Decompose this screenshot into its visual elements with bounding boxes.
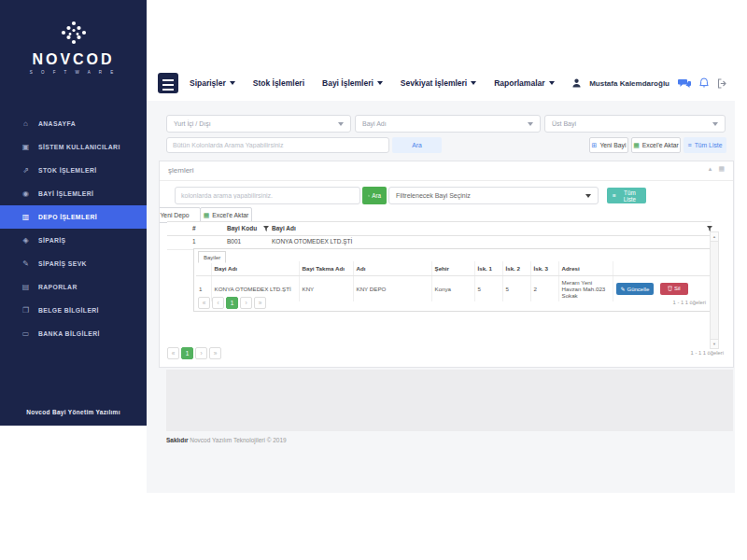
pager-prev-button[interactable]: ‹	[212, 297, 224, 309]
app-window: NOVCOD S O F T W A R E ⌂ ANASAYFA ▣ SİST…	[0, 0, 747, 560]
sidebar-item-bayi-islemleri[interactable]: ◉ BAYİ İŞLEMLERİ	[0, 182, 147, 205]
logo-subtitle: S O F T W A R E	[0, 70, 147, 75]
nav-bayi-islemleri[interactable]: Bayi İşlemleri	[322, 78, 383, 88]
sidebar-item-raporlar[interactable]: ▤ RAPORLAR	[0, 275, 147, 299]
grid-header: # Bayi Kodu Bayi Adı	[167, 221, 712, 236]
nav-raporlamalar[interactable]: Raporlamalar	[494, 78, 554, 88]
pager-last-button[interactable]: »	[209, 347, 221, 359]
tab-bayiler[interactable]: Bayiler	[198, 251, 226, 263]
sidebar-item-banka-bilgileri[interactable]: ▭ BANKA BİLGİLERİ	[0, 322, 147, 345]
filter-select-yurt-ici-disi[interactable]: Yurt İçi / Dışı	[166, 115, 351, 133]
column-header-bayi-kodu[interactable]: Bayi Kodu	[227, 225, 257, 231]
pager-page-1-button[interactable]: 1	[181, 347, 193, 359]
logout-icon[interactable]	[717, 78, 727, 89]
sidebar-item-label: STOK İŞLEMLERİ	[38, 167, 97, 174]
pager-page-1-button[interactable]: 1	[226, 297, 238, 309]
tab-label: Bayiler	[204, 255, 220, 260]
sidebar-item-label: BELGE BİLGİLERİ	[38, 307, 99, 314]
pager-next-button[interactable]: ›	[195, 347, 207, 359]
panel-title: şlemleri	[168, 166, 194, 175]
sil-button[interactable]: Sil	[660, 283, 688, 295]
nav-sevkiyat-islemleri[interactable]: Sevkiyat İşlemleri	[401, 78, 476, 88]
sidebar-item-label: BANKA BİLGİLERİ	[38, 330, 100, 337]
tum-liste-button[interactable]: ≡ Tüm Liste	[684, 137, 726, 153]
yeni-bayi-button[interactable]: ⊞ Yeni Bayi	[589, 137, 628, 153]
filtrelenecek-bayi-select[interactable]: Filtrelenecek Bayi Seçiniz	[388, 187, 599, 204]
detail-panel: Bayiler Bayi Adı Bayi Takma Adı Adı Şehi…	[193, 248, 712, 312]
document-icon: ❐	[21, 306, 31, 315]
sidebar-item-anasayfa[interactable]: ⌂ ANASAYFA	[0, 112, 147, 135]
filter-funnel-icon[interactable]	[263, 226, 269, 231]
sidebar-item-sistem-kullanicilari[interactable]: ▣ SİSTEM KULLANICILARI	[0, 135, 147, 159]
vertical-scrollbar[interactable]: ▲ ▼	[710, 231, 719, 349]
sidebar-item-label: BAYİ İŞLEMLERİ	[38, 190, 93, 197]
empty-content-area	[166, 370, 733, 431]
nav-stok-islemleri[interactable]: Stok İşlemleri	[253, 78, 304, 88]
guncelle-button[interactable]: ✎ Güncelle	[616, 283, 655, 295]
panel-search-button[interactable]: Ara	[362, 187, 387, 204]
sidebar: NOVCOD S O F T W A R E ⌂ ANASAYFA ▣ SİST…	[0, 0, 147, 426]
cell-isk1: 5	[474, 276, 502, 302]
global-search-input[interactable]	[166, 137, 389, 153]
pager-last-button[interactable]: »	[254, 297, 266, 309]
home-icon: ⌂	[21, 119, 31, 128]
top-navigation: Siparişler Stok İşlemleri Bayi İşlemleri…	[190, 65, 555, 101]
plus-box-icon: ⊞	[592, 142, 598, 149]
chevron-down-icon	[712, 122, 718, 126]
column-header-isk2[interactable]: İsk. 2	[502, 261, 530, 276]
nav-label: Sevkiyat İşlemleri	[401, 78, 467, 88]
sidebar-item-label: SİPARİŞ	[38, 237, 66, 244]
column-header-isk3[interactable]: İsk. 3	[530, 261, 558, 276]
bank-icon: ▭	[21, 329, 31, 338]
sidebar-item-depo-islemleri[interactable]: ▥ DEPO İŞLEMLERİ	[0, 205, 147, 229]
columns-icon[interactable]: ▦	[718, 165, 725, 173]
column-header-sehir[interactable]: Şehir	[431, 261, 474, 276]
filter-select-ust-bayi[interactable]: Üst Bayi	[544, 115, 726, 133]
filter-select-bayi-adi[interactable]: Bayi Adı	[355, 115, 541, 133]
notifications-bell-icon[interactable]	[699, 77, 709, 89]
sidebar-item-label: DEPO İŞLEMLERİ	[38, 214, 97, 220]
column-header-takma-adi[interactable]: Bayi Takma Adı	[299, 261, 353, 276]
excel-icon: ▦	[204, 212, 210, 219]
user-name[interactable]: Mustafa Kalemdaroğlu	[589, 79, 669, 88]
sidebar-item-stok-islemleri[interactable]: ⇗ STOK İŞLEMLERİ	[0, 159, 147, 182]
column-header-num[interactable]: #	[192, 225, 196, 231]
excel-icon: ▦	[633, 142, 640, 149]
column-header-adresi[interactable]: Adresi	[558, 261, 613, 276]
column-header-adi[interactable]: Adı	[353, 261, 431, 276]
detail-pager: « ‹ 1 › »	[198, 297, 266, 309]
novcod-logo: NOVCOD S O F T W A R E	[0, 21, 147, 75]
chevron-down-icon	[528, 122, 533, 126]
column-header-bayi-adi[interactable]: Bayi Adı	[211, 261, 299, 276]
menu-toggle-button[interactable]	[158, 73, 178, 93]
collapse-icon[interactable]: ▴	[709, 165, 712, 173]
cell-num: 1	[192, 238, 196, 245]
sidebar-item-belge-bilgileri[interactable]: ❐ BELGE BİLGİLERİ	[0, 299, 147, 322]
nav-siparisler[interactable]: Siparişler	[190, 78, 235, 88]
column-header-bayi-adi[interactable]: Bayi Adı	[272, 225, 296, 231]
column-header-actions	[613, 261, 710, 276]
pager-first-button[interactable]: «	[167, 347, 179, 359]
scroll-up-icon[interactable]: ▲	[711, 232, 718, 242]
panel-tum-liste-button[interactable]: ≡ Tüm Liste	[607, 188, 646, 203]
messages-icon[interactable]	[678, 78, 691, 89]
cell-adi: KNY DEPO	[353, 276, 431, 302]
scroll-down-icon[interactable]: ▼	[711, 339, 718, 348]
column-header-isk1[interactable]: İsk. 1	[474, 261, 502, 276]
chevron-down-icon	[338, 122, 344, 126]
pencil-icon: ✎	[621, 286, 626, 292]
sidebar-item-siparis-sevk[interactable]: ✎ SİPARİŞ SEVK	[0, 252, 147, 275]
pager-next-button[interactable]: ›	[240, 297, 252, 309]
excel-export-button[interactable]: ▦ Excel'e Aktar	[631, 137, 681, 153]
button-label: Sil	[674, 286, 681, 291]
cell-adresi: Meram Yeni Havzan Mah.023 Sokak	[558, 276, 613, 302]
pager-first-button[interactable]: «	[198, 297, 210, 309]
cell-bayi-adi: KONYA OTOMEDEX LTD.ŞTİ	[272, 238, 352, 245]
panel-search-input[interactable]	[175, 187, 360, 204]
search-button[interactable]: Ara	[392, 137, 442, 153]
sidebar-item-siparis[interactable]: ◈ SİPARİŞ	[0, 229, 147, 252]
copyright-bold: Saklıdır	[166, 437, 188, 443]
table-row[interactable]: 1 KONYA OTOMEDEX LTD.ŞTİ KNY KNY DEPO Ko…	[196, 276, 710, 302]
column-header-blank	[196, 261, 211, 276]
cell-isk2: 5	[502, 276, 530, 302]
